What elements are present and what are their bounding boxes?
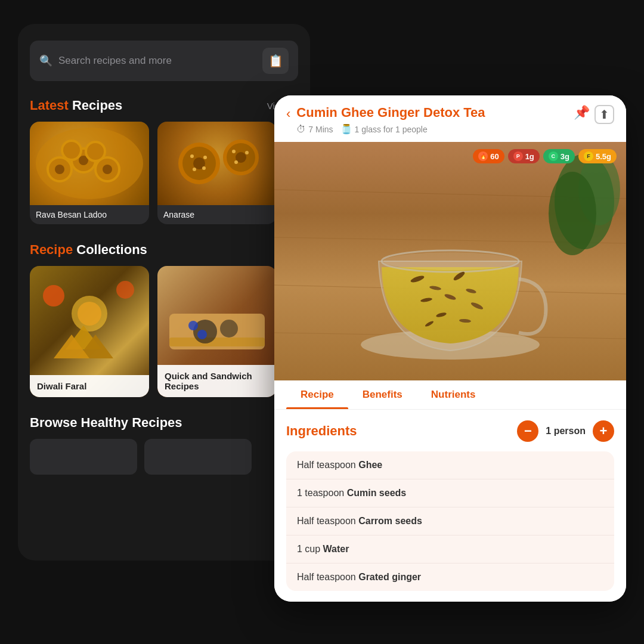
svg-point-29	[43, 285, 64, 306]
svg-point-13	[87, 143, 104, 160]
svg-point-25	[245, 151, 249, 154]
increase-servings-button[interactable]: +	[593, 420, 614, 442]
ingredients-header: Ingredients − 1 person +	[286, 420, 614, 442]
svg-point-19	[193, 168, 196, 171]
carbs-badge: C 3g	[543, 149, 575, 163]
ingredients-section: Ingredients − 1 person + Half teaspoon G…	[274, 410, 626, 602]
header-actions: 📌 ⬆	[574, 105, 614, 124]
recipe-hero-image	[274, 142, 626, 380]
tab-benefits[interactable]: Benefits	[348, 380, 417, 409]
back-button[interactable]: ‹	[286, 106, 290, 122]
nutrition-badges: 🔥 60 P 1g C 3g F 5.5g	[473, 149, 617, 163]
detail-title-wrap: Cumin Ghee Ginger Detox Tea ⏱ 7 Mins 🫙 1…	[296, 105, 568, 135]
detail-header: ‹ Cumin Ghee Ginger Detox Tea ⏱ 7 Mins 🫙…	[274, 95, 626, 142]
ladoo-image	[30, 122, 149, 205]
search-placeholder[interactable]: Search recipes and more	[58, 55, 256, 67]
svg-point-3	[55, 165, 64, 174]
tab-recipe[interactable]: Recipe	[286, 380, 348, 409]
svg-point-28	[78, 302, 101, 326]
svg-rect-35	[169, 338, 265, 346]
ingredient-item-0: Half teaspoon Ghee	[286, 451, 614, 479]
latest-recipes-header: Latest Recipes View All	[30, 98, 298, 113]
recipe-meta: ⏱ 7 Mins 🫙 1 glass for 1 people	[296, 123, 568, 135]
svg-point-37	[220, 320, 238, 338]
svg-point-48	[383, 252, 517, 270]
svg-point-11	[63, 142, 80, 159]
collection-card-diwali[interactable]: Diwali Faral	[30, 266, 149, 397]
share-button[interactable]: ⬆	[595, 105, 614, 124]
serving-meta: 🫙 1 glass for 1 people	[340, 123, 428, 135]
detail-tabs: Recipe Benefits Nutrients	[274, 380, 626, 410]
background-screen: 🔍 Search recipes and more 📋 Latest Recip…	[18, 24, 310, 561]
svg-point-39	[197, 330, 207, 339]
book-icon-button[interactable]: 📋	[262, 48, 289, 74]
time-meta: ⏱ 7 Mins	[296, 124, 333, 135]
svg-point-26	[234, 160, 238, 164]
pin-button[interactable]: 📌	[574, 105, 590, 124]
diwali-label: Diwali Faral	[37, 381, 142, 391]
servings-control: − 1 person +	[517, 420, 614, 442]
anarase-image	[157, 122, 277, 205]
recipe-title: Cumin Ghee Ginger Detox Tea	[296, 105, 568, 120]
fat-badge: F 5.5g	[578, 149, 617, 163]
svg-point-61	[549, 172, 596, 255]
detail-card: ‹ Cumin Ghee Ginger Detox Tea ⏱ 7 Mins 🫙…	[274, 95, 626, 602]
clock-icon: ⏱	[296, 124, 306, 135]
latest-recipes-title: Latest Recipes	[30, 98, 122, 113]
browse-section: Browse Healthy Recipes	[30, 415, 298, 475]
collections-title: Recipe Collections	[30, 242, 147, 258]
fire-icon: 🔥	[478, 151, 488, 161]
svg-point-18	[203, 156, 207, 159]
search-icon: 🔍	[39, 54, 52, 67]
collections-row: Diwali Faral Quick and Sandwich Recipes	[30, 266, 298, 397]
collections-header: Recipe Collections View	[30, 242, 298, 258]
serving-icon: 🫙	[340, 123, 352, 135]
svg-point-38	[188, 321, 198, 330]
ingredient-item-3: 1 cup Water	[286, 535, 614, 564]
svg-point-20	[202, 166, 206, 170]
decrease-servings-button[interactable]: −	[517, 420, 538, 442]
svg-point-24	[232, 150, 236, 153]
svg-point-9	[103, 165, 112, 174]
servings-count: 1 person	[546, 426, 586, 436]
ingredients-title: Ingredients	[286, 423, 357, 439]
recipe-card-ladoo[interactable]: Rava Besan Ladoo	[30, 122, 149, 224]
protein-badge: P 1g	[508, 149, 540, 163]
sandwich-overlay: Quick and Sandwich Recipes	[157, 365, 277, 397]
sandwich-label: Quick and Sandwich Recipes	[165, 371, 270, 391]
ladoo-label: Rava Besan Ladoo	[30, 205, 149, 224]
recipe-card-anarase[interactable]: Anarase	[157, 122, 277, 224]
browse-pill-1[interactable]	[30, 439, 137, 475]
collection-card-sandwich[interactable]: Quick and Sandwich Recipes	[157, 266, 277, 397]
svg-point-17	[190, 154, 194, 158]
browse-pills-row	[30, 439, 298, 475]
recipe-image-wrap: 🔥 60 P 1g C 3g F 5.5g	[274, 142, 626, 380]
ingredient-item-2: Half teaspoon Carrom seeds	[286, 507, 614, 535]
carbs-icon: C	[549, 151, 558, 161]
ingredient-item-4: Half teaspoon Grated ginger	[286, 564, 614, 591]
tab-nutrients[interactable]: Nutrients	[417, 380, 490, 409]
anarase-label: Anarase	[157, 205, 277, 224]
ingredient-item-1: 1 teaspoon Cumin seeds	[286, 479, 614, 507]
svg-point-30	[116, 281, 134, 299]
ingredient-list: Half teaspoon Ghee 1 teaspoon Cumin seed…	[286, 451, 614, 591]
fat-icon: F	[584, 151, 593, 161]
search-bar[interactable]: 🔍 Search recipes and more 📋	[30, 41, 298, 81]
calories-badge: 🔥 60	[473, 149, 504, 163]
diwali-overlay: Diwali Faral	[30, 375, 149, 397]
protein-icon: P	[513, 151, 523, 161]
browse-title: Browse Healthy Recipes	[30, 415, 298, 431]
browse-pill-2[interactable]	[144, 439, 252, 475]
latest-recipes-row: Rava Besan Ladoo	[30, 122, 298, 224]
